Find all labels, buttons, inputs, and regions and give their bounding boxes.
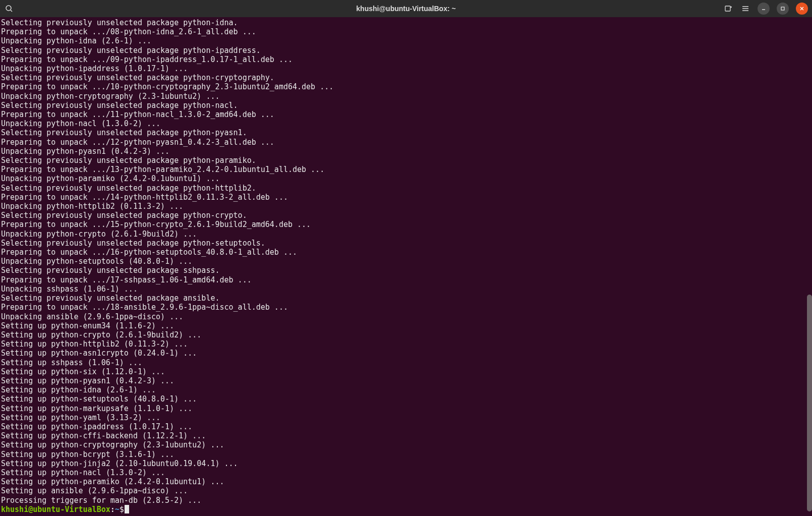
- terminal-line: Unpacking python-setuptools (40.8.0-1) .…: [1, 257, 811, 266]
- terminal-line: Unpacking python-paramiko (2.4.2-0.1ubun…: [1, 174, 811, 183]
- terminal-line: Preparing to unpack .../09-python-ipaddr…: [1, 55, 811, 64]
- terminal-line: Setting up python-jinja2 (2.10-1ubuntu0.…: [1, 459, 811, 468]
- maximize-button[interactable]: [777, 3, 789, 15]
- terminal-line: Selecting previously unselected package …: [1, 101, 811, 110]
- prompt-path: ~: [115, 505, 120, 514]
- prompt-line: khushi@ubuntu-VirtualBox: ~$: [1, 505, 811, 514]
- terminal-line: Selecting previously unselected package …: [1, 266, 811, 275]
- terminal-line: Selecting previously unselected package …: [1, 156, 811, 165]
- titlebar-left: [4, 4, 14, 14]
- svg-rect-9: [781, 7, 784, 10]
- terminal-line: Unpacking sshpass (1.06-1) ...: [1, 284, 811, 294]
- close-button[interactable]: [796, 3, 808, 15]
- terminal-line: Unpacking python-crypto (2.6.1-9build2) …: [1, 230, 811, 239]
- terminal-line: Setting up python-bcrypt (3.1.6-1) ...: [1, 450, 811, 459]
- prompt-symbol: $: [120, 505, 124, 514]
- svg-rect-2: [725, 6, 730, 11]
- terminal-line: Setting up python-httplib2 (0.11.3-2) ..…: [1, 339, 811, 349]
- terminal-line: Preparing to unpack .../08-python-idna_2…: [1, 27, 811, 36]
- terminal-line: Setting up python-yaml (3.13-2) ...: [1, 413, 811, 422]
- terminal-line: Unpacking python-nacl (1.3.0-2) ...: [1, 119, 811, 128]
- terminal-line: Setting up python-six (1.12.0-1) ...: [1, 367, 811, 376]
- svg-point-0: [6, 6, 11, 11]
- terminal-line: Unpacking python-idna (2.6-1) ...: [1, 36, 811, 45]
- terminal-line: Preparing to unpack .../18-ansible_2.9.6…: [1, 303, 811, 312]
- terminal-line: Preparing to unpack .../14-python-httpli…: [1, 193, 811, 202]
- scrollbar-thumb[interactable]: [807, 295, 812, 511]
- terminal-line: Preparing to unpack .../16-python-setupt…: [1, 248, 811, 257]
- terminal-line: Preparing to unpack .../17-sshpass_1.06-…: [1, 275, 811, 284]
- terminal-line: Setting up python-cffi-backend (1.12.2-1…: [1, 431, 811, 440]
- window-titlebar: khushi@ubuntu-VirtualBox: ~: [0, 0, 812, 17]
- prompt-colon: :: [110, 505, 115, 514]
- titlebar-right: [723, 3, 808, 15]
- terminal-line: Unpacking python-httplib2 (0.11.3-2) ...: [1, 202, 811, 211]
- minimize-button[interactable]: [758, 3, 770, 15]
- terminal-line: Setting up python-ipaddress (1.0.17-1) .…: [1, 422, 811, 431]
- cursor: [125, 505, 129, 513]
- terminal-line: Setting up python-crypto (2.6.1-9build2)…: [1, 330, 811, 339]
- terminal-line: Preparing to unpack .../12-python-pyasn1…: [1, 138, 811, 147]
- terminal-line: Selecting previously unselected package …: [1, 18, 811, 27]
- terminal-line: Preparing to unpack .../10-python-crypto…: [1, 82, 811, 91]
- terminal-line: Preparing to unpack .../13-python-parami…: [1, 165, 811, 174]
- terminal-line: Setting up python-nacl (1.3.0-2) ...: [1, 468, 811, 477]
- terminal-output: Selecting previously unselected package …: [1, 18, 811, 505]
- terminal-line: Selecting previously unselected package …: [1, 239, 811, 248]
- terminal-line: Setting up python-idna (2.6-1) ...: [1, 385, 811, 394]
- svg-line-1: [11, 10, 12, 12]
- terminal-line: Setting up python-pyasn1 (0.4.2-3) ...: [1, 376, 811, 385]
- terminal-line: Unpacking ansible (2.9.6-1ppa~disco) ...: [1, 312, 811, 321]
- terminal-line: Selecting previously unselected package …: [1, 184, 811, 193]
- prompt-user-host: khushi@ubuntu-VirtualBox: [1, 505, 110, 514]
- terminal-line: Preparing to unpack .../15-python-crypto…: [1, 220, 811, 229]
- terminal-line: Unpacking python-cryptography (2.3-1ubun…: [1, 92, 811, 101]
- terminal-area[interactable]: Selecting previously unselected package …: [0, 17, 812, 516]
- terminal-line: Selecting previously unselected package …: [1, 294, 811, 303]
- terminal-line: Setting up sshpass (1.06-1) ...: [1, 358, 811, 367]
- terminal-line: Unpacking python-pyasn1 (0.4.2-3) ...: [1, 147, 811, 156]
- terminal-line: Setting up ansible (2.9.6-1ppa~disco) ..…: [1, 486, 811, 495]
- terminal-line: Unpacking python-ipaddress (1.0.17-1) ..…: [1, 64, 811, 73]
- new-tab-icon[interactable]: [723, 4, 733, 14]
- terminal-line: Setting up python-enum34 (1.1.6-2) ...: [1, 321, 811, 330]
- terminal-line: Setting up python-cryptography (2.3-1ubu…: [1, 440, 811, 449]
- terminal-line: Setting up python-markupsafe (1.1.0-1) .…: [1, 404, 811, 413]
- terminal-line: Setting up python-paramiko (2.4.2-0.1ubu…: [1, 477, 811, 486]
- window-title: khushi@ubuntu-VirtualBox: ~: [356, 5, 455, 13]
- terminal-line: Setting up python-asn1crypto (0.24.0-1) …: [1, 349, 811, 358]
- terminal-line: Selecting previously unselected package …: [1, 46, 811, 55]
- terminal-line: Selecting previously unselected package …: [1, 73, 811, 82]
- terminal-line: Selecting previously unselected package …: [1, 128, 811, 137]
- hamburger-menu-icon[interactable]: [740, 4, 750, 14]
- terminal-line: Setting up python-setuptools (40.8.0-1) …: [1, 394, 811, 404]
- terminal-line: Selecting previously unselected package …: [1, 211, 811, 220]
- search-icon[interactable]: [4, 4, 14, 14]
- terminal-line: Preparing to unpack .../11-python-nacl_1…: [1, 110, 811, 119]
- terminal-line: Processing triggers for man-db (2.8.5-2)…: [1, 496, 811, 505]
